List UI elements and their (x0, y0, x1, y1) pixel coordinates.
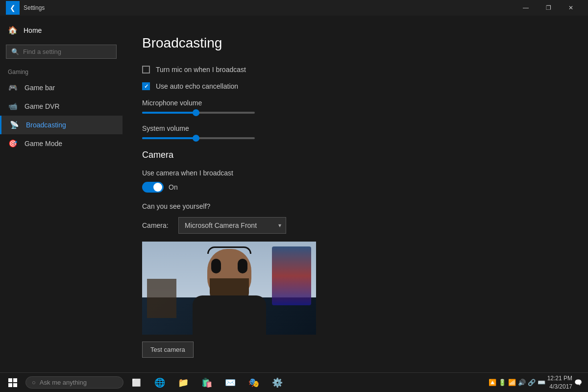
sidebar-home-label: Home (24, 26, 42, 34)
echo-checkbox-label: Use auto echo cancellation (156, 82, 238, 90)
battery-icon[interactable]: 🔋 (498, 379, 506, 386)
restore-button[interactable]: ❐ (537, 0, 560, 16)
headphone-right (238, 259, 247, 273)
mic-setting-row: Turn mic on when I broadcast (142, 66, 564, 74)
volume-icon[interactable]: 🔊 (518, 379, 526, 386)
camera-toggle[interactable] (142, 182, 164, 193)
test-camera-button[interactable]: Test camera (142, 342, 194, 358)
taskbar-search-label: Ask me anything (40, 379, 87, 386)
taskbar-files-icon[interactable]: 📁 (172, 373, 194, 392)
mic-volume-thumb[interactable] (193, 109, 199, 116)
sidebar-search[interactable]: 🔍 (6, 45, 117, 59)
title-bar-controls: — ❐ ✕ (514, 0, 582, 16)
mic-checkbox[interactable] (142, 66, 150, 74)
sidebar-item-broadcasting[interactable]: 📡 Broadcasting (0, 116, 122, 134)
sidebar-item-label-game-mode: Game Mode (24, 140, 62, 147)
start-button[interactable] (2, 373, 24, 392)
sidebar-section-label: Gaming (0, 63, 122, 78)
can-see-label: Can you see yourself? (142, 202, 564, 210)
bluetooth-icon[interactable]: 🔗 (528, 379, 536, 386)
sidebar: 🏠 Home 🔍 Gaming 🎮 Game bar 📹 Game DVR 📡 … (0, 16, 122, 372)
sidebar-item-game-bar[interactable]: 🎮 Game bar (0, 78, 122, 97)
sidebar-item-game-mode[interactable]: 🎯 Game Mode (0, 134, 122, 153)
person-body (193, 295, 266, 335)
person-silhouette (180, 244, 278, 335)
show-hidden-icon[interactable]: 🔼 (489, 379, 496, 386)
taskbar: ○ Ask me anything ⬜ 🌐 📁 🛍️ ✉️ 🎭 ⚙️ 🔼 🔋 📶… (0, 372, 588, 392)
sidebar-home[interactable]: 🏠 Home (0, 20, 122, 41)
page-title: Broadcasting (142, 35, 564, 51)
mic-volume-track[interactable] (142, 112, 255, 114)
title-bar: ❮ Settings — ❐ ✕ (0, 0, 588, 16)
headphone-left (211, 259, 221, 273)
game-dvr-icon: 📹 (8, 102, 18, 111)
sidebar-item-label-game-bar: Game bar (24, 84, 55, 92)
sidebar-item-label-game-dvr: Game DVR (24, 102, 60, 110)
sys-volume-thumb[interactable] (193, 135, 199, 142)
taskbar-search[interactable]: ○ Ask me anything (25, 376, 123, 389)
back-button[interactable]: ❮ (6, 1, 20, 15)
title-bar-left: ❮ Settings (6, 1, 45, 15)
camera-section-title: Camera (142, 150, 564, 160)
person-head (207, 249, 251, 298)
camera-row-label: Camera: (142, 221, 172, 229)
app-body: 🏠 Home 🔍 Gaming 🎮 Game bar 📹 Game DVR 📡 … (0, 16, 588, 372)
camera-toggle-row: On (142, 182, 564, 193)
camera-select-wrapper[interactable]: Microsoft Camera Front Microsoft Camera … (178, 217, 286, 234)
taskbar-photo-icon[interactable]: 🎭 (243, 373, 265, 392)
taskbar-store-icon[interactable]: 🛍️ (196, 373, 218, 392)
taskbar-time: 12:21 PM (547, 374, 572, 383)
content-area: Broadcasting Turn mic on when I broadcas… (122, 16, 588, 372)
sys-volume-track[interactable] (142, 137, 255, 139)
home-icon: 🏠 (8, 25, 18, 35)
echo-setting-row: Use auto echo cancellation (142, 82, 564, 90)
sys-volume-section: System volume (142, 124, 564, 139)
taskbar-date: 4/3/2017 (547, 383, 572, 391)
svg-rect-2 (8, 383, 12, 387)
sys-volume-label: System volume (142, 124, 564, 132)
game-bar-icon: 🎮 (8, 83, 18, 92)
taskbar-mail-icon[interactable]: ✉️ (220, 373, 241, 392)
broadcasting-icon: 📡 (9, 121, 19, 129)
camera-preview (142, 242, 316, 335)
minimize-button[interactable]: — (514, 0, 537, 16)
keyboard-icon[interactable]: ⌨️ (538, 379, 545, 386)
taskbar-left: ○ Ask me anything ⬜ 🌐 📁 🛍️ ✉️ 🎭 ⚙️ (2, 373, 288, 392)
sidebar-item-game-dvr[interactable]: 📹 Game DVR (0, 97, 122, 116)
taskbar-clock[interactable]: 12:21 PM 4/3/2017 (547, 374, 572, 391)
mic-volume-section: Microphone volume (142, 99, 564, 114)
mic-checkbox-label: Turn mic on when I broadcast (156, 66, 246, 74)
title-bar-title: Settings (24, 4, 45, 11)
svg-rect-3 (13, 383, 17, 387)
camera-on-label: On (169, 183, 178, 191)
task-view-button[interactable]: ⬜ (125, 373, 147, 392)
search-icon: 🔍 (11, 48, 19, 55)
cortana-icon: ○ (32, 379, 36, 386)
svg-rect-0 (8, 378, 12, 382)
taskbar-right: 🔼 🔋 📶 🔊 🔗 ⌨️ 12:21 PM 4/3/2017 🗨️ (489, 374, 586, 391)
bg-shelf (147, 279, 176, 318)
game-mode-icon: 🎯 (8, 139, 18, 148)
mic-volume-label: Microphone volume (142, 99, 564, 107)
wifi-icon[interactable]: 📶 (508, 379, 516, 386)
notification-icon[interactable]: 🗨️ (574, 379, 582, 386)
camera-canvas (142, 242, 316, 335)
echo-checkbox[interactable] (142, 82, 150, 90)
taskbar-edge-icon[interactable]: 🌐 (149, 373, 171, 392)
close-button[interactable]: ✕ (560, 0, 582, 16)
camera-select[interactable]: Microsoft Camera Front Microsoft Camera … (178, 217, 286, 234)
taskbar-settings-icon[interactable]: ⚙️ (267, 373, 288, 392)
search-input[interactable] (23, 48, 111, 55)
sidebar-item-label-broadcasting: Broadcasting (26, 121, 66, 129)
camera-toggle-label: Use camera when I broadcast (142, 169, 564, 177)
svg-rect-1 (13, 378, 17, 382)
camera-row: Camera: Microsoft Camera Front Microsoft… (142, 217, 564, 234)
